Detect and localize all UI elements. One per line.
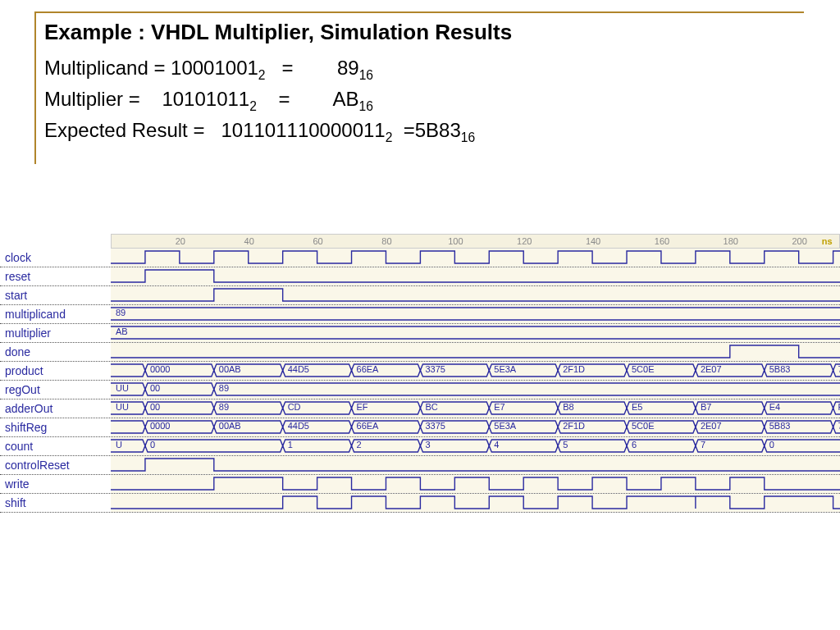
signal-label: count <box>5 440 110 453</box>
signal-label: product <box>5 364 110 377</box>
header-frame: Example : VHDL Multiplier, Simulation Re… <box>34 11 804 164</box>
signal-row-reset: reset <box>0 267 840 286</box>
time-ruler: 20406080100120140160180200ns <box>111 234 840 249</box>
signal-row-multiplier: multiplierAB <box>0 324 840 343</box>
ruler-tick: 140 <box>586 236 600 246</box>
ruler-tick: 80 <box>381 236 391 246</box>
signal-label: done <box>5 345 110 358</box>
signal-row-controlReset: controlReset <box>0 456 840 475</box>
signal-row-start: start <box>0 286 840 305</box>
signal-row-adderOut: adderOutUU0089CDEFBCE7B8E5B7E4FB <box>0 399 840 418</box>
ruler-tick: 180 <box>724 236 738 246</box>
ruler-tick: 60 <box>313 236 322 246</box>
signal-label: multiplicand <box>5 308 110 321</box>
signal-track[interactable]: UU0089CDEFBCE7B8E5B7E4FB <box>111 399 840 418</box>
ruler-tick: 20 <box>176 236 185 246</box>
signal-row-clock: clock <box>0 249 840 267</box>
signal-row-write: write <box>0 475 840 494</box>
signal-track[interactable] <box>111 456 840 474</box>
signal-row-done: done <box>0 343 840 362</box>
page-title: Example : VHDL Multiplier, Simulation Re… <box>44 20 796 45</box>
signal-track[interactable] <box>111 343 840 361</box>
signal-row-shiftReg: shiftReg000000AB44D566EA33755E3A2F1D5C0E… <box>0 418 840 437</box>
signal-row-regOut: regOutUU0089 <box>0 381 840 399</box>
signal-track[interactable]: UU0089 <box>111 381 840 399</box>
signal-track[interactable]: 000000AB44D566EA33755E3A2F1D5C0E2E075B83… <box>111 362 840 380</box>
signal-label: multiplier <box>5 326 110 340</box>
waveform-viewer: 20406080100120140160180200ns clockresets… <box>0 234 840 498</box>
signal-row-product: product000000AB44D566EA33755E3A2F1D5C0E2… <box>0 362 840 381</box>
signal-track[interactable]: 89 <box>111 305 840 323</box>
signal-track[interactable] <box>111 494 840 512</box>
signal-track[interactable]: U012345670 <box>111 437 840 455</box>
ruler-tick: 160 <box>655 236 669 246</box>
ruler-tick: 200 <box>792 236 806 246</box>
signal-label: clock <box>5 251 110 264</box>
signal-track[interactable] <box>111 249 840 267</box>
ruler-unit: ns <box>822 236 833 246</box>
signal-row-shift: shift <box>0 494 840 513</box>
signal-label: shiftReg <box>5 421 110 434</box>
expected-line: Expected Result = 1011011100000112 =5B83… <box>44 119 796 145</box>
signal-track[interactable] <box>111 267 840 285</box>
signal-label: regOut <box>5 383 110 396</box>
signal-row-multiplicand: multiplicand89 <box>0 305 840 324</box>
multiplier-line: Multiplier = 101010112 = AB16 <box>44 88 796 114</box>
signal-label: controlReset <box>5 459 110 472</box>
signal-track[interactable] <box>111 475 840 493</box>
multiplicand-line: Multiplicand = 100010012 = 8916 <box>44 57 796 83</box>
ruler-tick: 120 <box>517 236 532 246</box>
signal-row-count: countU012345670 <box>0 437 840 456</box>
signal-label: shift <box>5 496 110 509</box>
signal-label: write <box>5 477 110 491</box>
ruler-tick: 40 <box>244 236 254 246</box>
signal-track[interactable]: 000000AB44D566EA33755E3A2F1D5C0E2E075B83… <box>111 418 840 436</box>
signal-track[interactable] <box>111 286 840 304</box>
signal-label: adderOut <box>5 402 110 415</box>
signal-track[interactable]: AB <box>111 324 840 342</box>
ruler-tick: 100 <box>448 236 463 246</box>
signal-label: reset <box>5 270 110 283</box>
signal-label: start <box>5 289 110 302</box>
